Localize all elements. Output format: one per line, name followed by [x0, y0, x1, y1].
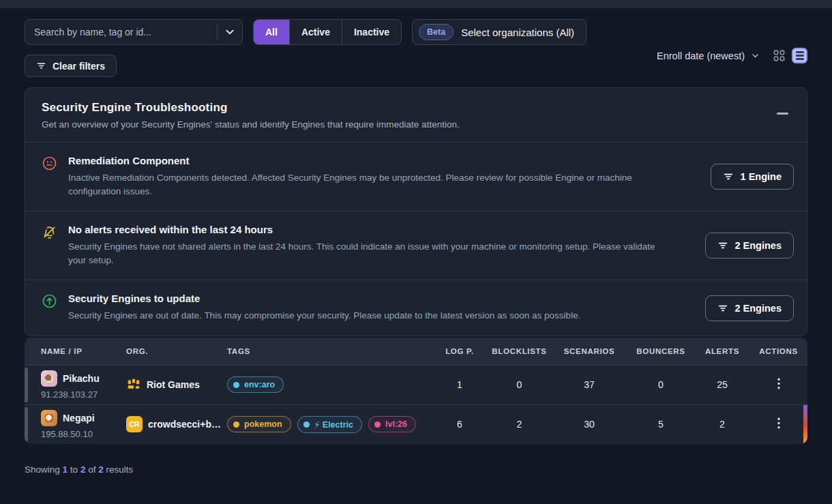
- column-header-tags[interactable]: TAGS: [227, 347, 432, 355]
- blocklists-cell: 2: [487, 419, 552, 430]
- column-header-blocklists[interactable]: BLOCKLISTS: [487, 347, 552, 355]
- engine-avatar: [41, 370, 57, 387]
- beta-badge: Beta: [419, 24, 454, 40]
- table-row[interactable]: Negapi 195.88.50.10 CR crowdsecci+bo... …: [25, 404, 807, 444]
- no-alerts-engines-button[interactable]: 2 Engines: [705, 233, 794, 258]
- engine-ip: 91.238.103.27: [41, 389, 126, 400]
- engine-count-label: 2 Engines: [735, 303, 782, 314]
- remediation-engines-button[interactable]: 1 Engine: [711, 164, 794, 190]
- tag-label: pokemon: [244, 419, 282, 429]
- collapse-panel-button[interactable]: [777, 108, 789, 118]
- chevron-down-icon[interactable]: [751, 51, 760, 60]
- list-view-icon[interactable]: [792, 48, 807, 63]
- organization-selector-label: Select organizations (All): [461, 27, 574, 38]
- tag-label: ⚡ Electric: [314, 419, 353, 430]
- filters-toolbar: All Active Inactive Beta Select organiza…: [25, 19, 807, 45]
- org-cell: CR crowdsecci+bo...: [126, 416, 227, 432]
- column-header-org[interactable]: ORG.: [126, 347, 227, 355]
- table-header-row: NAME / IP ORG. TAGS LOG P. BLOCKLISTS SC…: [25, 338, 807, 365]
- column-header-bouncers[interactable]: BOUNCERS: [627, 347, 695, 355]
- column-header-scenarios[interactable]: SCENARIOS: [552, 347, 627, 355]
- alert-no-alerts-24h: No alerts received within the last 24 ho…: [25, 211, 807, 280]
- search-divider: [217, 25, 218, 40]
- tags-cell: pokemon ⚡ Electric lvl:26: [227, 416, 432, 433]
- tag-label: lvl:26: [385, 419, 407, 429]
- tag-dot: [233, 382, 239, 388]
- engines-table: NAME / IP ORG. TAGS LOG P. BLOCKLISTS SC…: [25, 338, 807, 444]
- row-scroll-indicator: [25, 407, 28, 442]
- engine-count-label: 1 Engine: [741, 171, 782, 182]
- alert-engines-to-update: Security Engines to update Security Engi…: [25, 280, 807, 336]
- column-header-log-p[interactable]: LOG P.: [432, 347, 487, 355]
- tab-active[interactable]: Active: [289, 20, 342, 44]
- alert-description: Inactive Remediation Components detected…: [68, 171, 668, 198]
- name-ip-cell: Negapi 195.88.50.10: [25, 410, 126, 439]
- status-filter-tabs: All Active Inactive: [253, 19, 402, 45]
- actions-cell: [749, 413, 807, 435]
- panel-title: Security Engine Troubleshooting: [42, 101, 790, 115]
- scenarios-cell: 30: [552, 419, 627, 430]
- alert-title: Security Engines to update: [68, 293, 668, 304]
- riot-games-logo-icon: [126, 377, 141, 392]
- scenarios-cell: 37: [552, 379, 627, 390]
- tag-pill[interactable]: ⚡ Electric: [297, 416, 362, 433]
- alert-description: Security Engines have not shared alerts …: [68, 240, 668, 267]
- row-actions-kebab-icon[interactable]: [773, 374, 784, 396]
- engine-name: Pikachu: [63, 373, 100, 384]
- log-processors-cell: 6: [432, 419, 487, 430]
- chevron-down-icon[interactable]: [224, 27, 235, 38]
- tag-pill[interactable]: lvl:26: [368, 416, 416, 432]
- row-scroll-indicator: [25, 368, 28, 402]
- table-row[interactable]: Pikachu 91.238.103.27 Riot Games: [25, 365, 807, 404]
- tag-pill[interactable]: env:aro: [227, 376, 284, 393]
- alert-content: Remediation Component Inactive Remediati…: [68, 155, 790, 198]
- panel-subtitle: Get an overview of your Security Engines…: [42, 119, 790, 130]
- org-cell: Riot Games: [126, 377, 227, 392]
- column-header-actions: ACTIONS: [749, 347, 807, 355]
- tag-dot: [374, 421, 381, 428]
- engine-name: Negapi: [63, 413, 95, 424]
- tag-pill[interactable]: pokemon: [227, 416, 291, 432]
- bouncers-cell: 5: [627, 419, 695, 430]
- results-summary-text: results: [106, 464, 133, 475]
- alert-title: Remediation Component: [68, 155, 668, 166]
- blocklists-cell: 0: [487, 379, 552, 390]
- row-actions-kebab-icon[interactable]: [773, 413, 784, 435]
- name-ip-cell: Pikachu 91.238.103.27: [25, 370, 126, 400]
- engine-count-label: 2 Engines: [735, 240, 782, 251]
- engine-avatar: [41, 410, 57, 426]
- results-summary-text: Showing: [25, 464, 60, 475]
- alert-description: Security Engines are out of date. This m…: [68, 309, 668, 323]
- update-engines-button[interactable]: 2 Engines: [705, 295, 794, 321]
- top-navigation-strip: [0, 0, 832, 8]
- column-header-alerts[interactable]: ALERTS: [695, 347, 749, 355]
- results-summary: Showing 1 to 2 of 2 results: [25, 464, 807, 475]
- engine-ip: 195.88.50.10: [41, 429, 126, 439]
- org-name: Riot Games: [147, 379, 200, 390]
- search-box[interactable]: [25, 19, 243, 45]
- column-header-name-ip[interactable]: NAME / IP: [25, 347, 126, 355]
- arrow-up-circle-icon: [42, 293, 57, 309]
- troubleshooting-header: Security Engine Troubleshooting Get an o…: [25, 88, 807, 142]
- results-to: 2: [80, 464, 86, 475]
- grid-view-icon[interactable]: [773, 49, 786, 62]
- sort-dropdown[interactable]: Enroll date (newest): [657, 50, 745, 61]
- tab-inactive[interactable]: Inactive: [342, 20, 401, 44]
- actions-cell: [749, 374, 807, 396]
- search-input[interactable]: [34, 27, 213, 38]
- clear-filters-button[interactable]: Clear filters: [25, 55, 117, 77]
- troubleshooting-panel: Security Engine Troubleshooting Get an o…: [25, 87, 807, 336]
- engines-page: All Active Inactive Beta Select organiza…: [0, 8, 832, 475]
- tab-all[interactable]: All: [254, 20, 289, 44]
- log-processors-cell: 1: [432, 379, 487, 390]
- row-status-gradient-bar: [803, 405, 807, 444]
- organization-selector[interactable]: Beta Select organizations (All): [412, 19, 586, 45]
- alert-content: No alerts received within the last 24 ho…: [68, 224, 790, 267]
- filter-icon: [717, 303, 728, 314]
- bouncers-cell: 0: [627, 379, 695, 390]
- clear-filters-label: Clear filters: [53, 61, 105, 72]
- tag-label: env:aro: [244, 380, 275, 389]
- results-total: 2: [98, 464, 104, 475]
- alerts-cell: 25: [695, 379, 749, 390]
- filter-icon: [36, 61, 46, 71]
